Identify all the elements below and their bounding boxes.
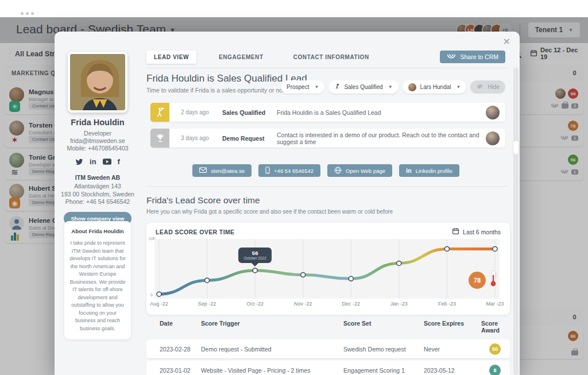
company-name: ITM Sweden AB [59, 174, 137, 181]
cell-trigger: Website - Visited Page - Pricing - 2 tim… [201, 367, 343, 374]
globe-icon [334, 167, 342, 175]
linkedin-icon[interactable]: in [90, 157, 96, 166]
window-chrome [0, 0, 588, 17]
calendar-icon [452, 227, 459, 236]
x-tick: Jan -23 [390, 301, 408, 307]
contact-button-envelope[interactable]: sten@atea.se [192, 164, 252, 177]
x-axis-labels: Aug -22Sep -22Oct -22Nov -22Dec -22Jan -… [154, 301, 500, 308]
scrollbar-thumb[interactable] [513, 141, 519, 154]
cell-set: Swedish Demo request [343, 346, 424, 353]
cell-trigger: Demo request - Submitted [201, 346, 343, 353]
contact-name: Frida Houldin [59, 118, 137, 127]
envelope-icon [199, 167, 207, 174]
crm-icon [447, 53, 456, 61]
status-person-icon [334, 83, 340, 91]
contact-button-globe[interactable]: Open Web page [327, 164, 392, 177]
lead-detail-modal: ✕ Frida Houldin Developer frida@itmswede… [55, 32, 520, 375]
score-award-badge: 50 [489, 343, 501, 355]
eye-off-icon [476, 83, 483, 91]
cell-expires: Never [424, 346, 481, 353]
company-address2: 193 00 Stockholm, Sweden [59, 191, 137, 198]
cell-set: Engagement Scoring 1 [343, 367, 424, 374]
contact-mobile: Mobile: +46708545403 [59, 145, 137, 152]
table-header: Date Score Trigger Score Set Score Expir… [146, 318, 510, 339]
timeline-title: Demo Request [222, 135, 277, 142]
contact-role: Developer [59, 130, 137, 137]
facebook-icon[interactable]: f [118, 157, 120, 166]
cell-date: 2023-02-28 [160, 346, 201, 353]
trophy-icon [150, 129, 169, 148]
hide-button[interactable]: Hide [470, 80, 505, 94]
score-section-subtitle: Here you can why Frida got a specific sc… [146, 208, 393, 215]
timeline-row[interactable]: 3 days ago Demo Request Contact is inter… [150, 129, 505, 148]
timeline-time: 3 days ago [181, 135, 222, 141]
timeline-avatar [486, 132, 500, 145]
score-table: Date Score Trigger Score Set Score Expir… [146, 318, 510, 375]
timeline-text: Frida Houldin is a Sales Qualified Lead [277, 109, 486, 116]
contact-email[interactable]: frida@itmsweden.se [59, 137, 137, 145]
score-section-title: Frida's Lead Score over time [146, 195, 260, 206]
profile-photo [68, 52, 127, 113]
table-row: 2023-01-02 Website - Visited Page - Pric… [146, 361, 510, 375]
about-title: About Frida Houldin [69, 228, 126, 234]
x-tick: Oct -22 [246, 301, 264, 307]
owner-dropdown[interactable]: Lars Hundal▼ [403, 80, 467, 94]
tab-lead-view[interactable]: LEAD VIEW [146, 51, 196, 64]
timeline-avatar [486, 106, 500, 119]
linkedin-icon: in [406, 167, 412, 174]
timeline-time: 2 days ago [181, 109, 222, 115]
thermometer-icon [489, 270, 497, 289]
about-text: I take pride to represent ITM Sweden tea… [69, 239, 126, 333]
stage-dropdown[interactable]: Prospect▼ [281, 80, 324, 94]
company-phone: Phone: +46 54 6546542 [59, 198, 137, 206]
owner-avatar [408, 83, 416, 91]
twitter-icon[interactable] [75, 158, 83, 165]
chart-tooltip: 56 October 2022 [238, 248, 272, 263]
sales-qualified-icon [150, 103, 169, 122]
x-tick: Nov -22 [294, 301, 312, 307]
youtube-icon[interactable] [103, 158, 111, 165]
tab-contact-information[interactable]: CONTACT INFORMATION [286, 51, 377, 64]
chart-title: LEAD SCORE OVER TIME [156, 229, 235, 235]
table-row: 2023-02-28 Demo request - Submitted Swed… [146, 339, 510, 358]
temperature-badge: 78 [469, 272, 486, 289]
lead-subheadline: Time to validate if Frida is a sales opp… [146, 87, 284, 94]
timeline-text: Contact is interested in a demo of our p… [277, 132, 486, 145]
modal-tabs: LEAD VIEWENGAGEMENTCONTACT INFORMATION [146, 51, 377, 64]
timeline-row[interactable]: 2 days ago Sales Qualified Frida Houldin… [150, 103, 505, 122]
score-award-badge: 8 [489, 365, 501, 375]
close-icon[interactable]: ✕ [503, 36, 510, 47]
modal-scrollbar[interactable] [513, 68, 519, 375]
cell-date: 2023-01-02 [160, 367, 201, 374]
chevron-down-icon: ▼ [457, 84, 461, 90]
phone-icon [265, 167, 270, 175]
x-tick: Feb -23 [438, 301, 456, 307]
contact-button-phone[interactable]: +46 54 6546542 [258, 164, 320, 177]
x-tick: Sep -22 [198, 301, 216, 307]
share-to-crm-button[interactable]: Share to CRM [440, 51, 505, 63]
x-tick: Mar -23 [486, 301, 504, 307]
about-card: About Frida Houldin I take pride to repr… [64, 221, 131, 339]
y-axis-min: 0 [150, 293, 153, 297]
contact-button-linkedin[interactable]: inLinkedin profile [399, 164, 459, 177]
window-dots-icon [21, 7, 36, 17]
x-tick: Aug -22 [150, 301, 168, 307]
tab-engagement[interactable]: ENGAGEMENT [211, 51, 271, 64]
line-chart: 56 October 2022 [154, 239, 500, 299]
app-root: Lead board - Swedish Team▼ LH +5 Tenent … [0, 0, 588, 375]
status-dropdown[interactable]: Sales Qualified▼ [328, 80, 398, 94]
range-selector[interactable]: Last 6 months [452, 227, 501, 236]
lead-score-chart-card: LEAD SCORE OVER TIME Last 6 months 100 0… [146, 223, 510, 315]
company-address1: Atlantavägen 143 [59, 183, 137, 190]
chevron-down-icon: ▼ [388, 84, 393, 90]
timeline-title: Sales Qualified [222, 109, 277, 116]
cell-expires: 2023-05-12 [424, 367, 481, 374]
x-tick: Dec -22 [342, 301, 361, 307]
chevron-down-icon: ▼ [314, 84, 319, 90]
